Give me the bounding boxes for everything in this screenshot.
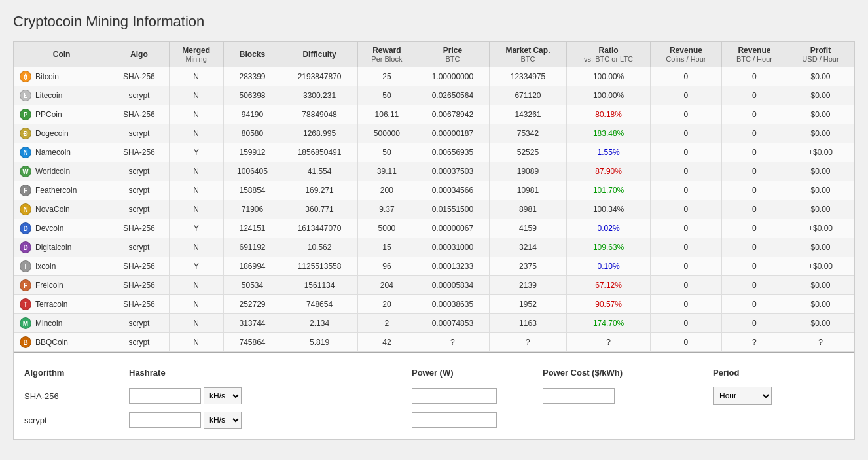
coin-icon: Ł (20, 90, 31, 101)
col-reward: Reward Per Block (357, 42, 416, 67)
algo-cell: scrypt (109, 333, 169, 352)
scrypt-power-input[interactable] (412, 412, 497, 428)
revenue-btc-cell: 0 (721, 143, 787, 162)
blocks-cell: 506398 (223, 86, 281, 105)
sha256-hashrate-unit[interactable]: kH/s MH/s GH/s TH/s (204, 387, 242, 404)
scrypt-power-cell (412, 412, 543, 428)
revenue-btc-cell: 0 (721, 67, 787, 86)
revenue-coins-cell: 0 (651, 162, 722, 181)
ratio-cell: 100.00% (567, 67, 651, 86)
table-row: WWorldcoinscryptN100640541.55439.110.000… (14, 162, 854, 181)
coins-tbody: ₿BitcoinSHA-256N2833992193847870251.0000… (14, 67, 854, 352)
profit-cell: $0.00 (787, 67, 854, 86)
coin-name: Dogecoin (35, 129, 69, 138)
col-merged: Merged Mining (169, 42, 223, 67)
sha256-power-cell (412, 388, 543, 404)
difficulty-cell: 3300.231 (281, 86, 358, 105)
coin-icon: ₿ (20, 71, 31, 82)
algo-cell: SHA-256 (109, 295, 169, 314)
price-cell: 0.02650564 (416, 86, 489, 105)
revenue-btc-cell: 0 (721, 219, 787, 238)
table-row: ₿BitcoinSHA-256N2833992193847870251.0000… (14, 67, 854, 86)
revenue-coins-cell: 0 (651, 238, 722, 257)
algo-cell: scrypt (109, 200, 169, 219)
marketcap-cell: 3214 (489, 238, 566, 257)
sha256-power-cost-input[interactable] (543, 388, 615, 404)
coin-cell: WWorldcoin (14, 162, 109, 181)
merged-cell: N (169, 276, 223, 295)
coin-cell: DDevcoin (14, 219, 109, 238)
difficulty-cell: 1268.995 (281, 124, 358, 143)
sha256-power-input[interactable] (412, 388, 497, 404)
scrypt-hashrate-input[interactable] (129, 412, 201, 428)
table-row: FFreicoinSHA-256N5053415611342040.000058… (14, 276, 854, 295)
profit-cell: +$0.00 (787, 257, 854, 276)
coin-icon: F (20, 185, 31, 196)
coin-name: Devcoin (35, 224, 63, 233)
difficulty-cell: 1856850491 (281, 143, 358, 162)
algo-cell: scrypt (109, 181, 169, 200)
reward-cell: 42 (357, 333, 416, 352)
power-cost-header: Power Cost ($/kWh) (543, 364, 713, 381)
ratio-cell: 100.34% (567, 200, 651, 219)
difficulty-cell: 1561134 (281, 276, 358, 295)
revenue-coins-cell: 0 (651, 143, 722, 162)
profit-cell: $0.00 (787, 200, 854, 219)
price-cell: 0.00031000 (416, 238, 489, 257)
revenue-btc-cell: 0 (721, 105, 787, 124)
coin-name: Mincoin (35, 319, 62, 328)
coin-cell: FFeathercoin (14, 181, 109, 200)
period-header: Period (713, 364, 844, 381)
difficulty-cell: 360.771 (281, 200, 358, 219)
revenue-coins-cell: 0 (651, 276, 722, 295)
reward-cell: 50 (357, 86, 416, 105)
marketcap-cell: 12334975 (489, 67, 566, 86)
power-header: Power (W) (412, 364, 543, 381)
profit-cell: +$0.00 (787, 143, 854, 162)
table-row: DDevcoinSHA-256Y124151161344707050000.00… (14, 219, 854, 238)
sha256-hashrate-input[interactable] (129, 388, 201, 404)
revenue-btc-cell: 0 (721, 314, 787, 333)
price-cell: 0.00656935 (416, 143, 489, 162)
ratio-cell: ? (567, 333, 651, 352)
col-profit: Profit USD / Hour (787, 42, 854, 67)
price-cell: 0.00005834 (416, 276, 489, 295)
profit-cell: $0.00 (787, 238, 854, 257)
reward-cell: 15 (357, 238, 416, 257)
coin-name: Feathercoin (35, 186, 77, 195)
algo-cell: SHA-256 (109, 143, 169, 162)
period-select[interactable]: Hour Day Week Month (713, 387, 772, 405)
merged-cell: N (169, 314, 223, 333)
marketcap-cell: 2375 (489, 257, 566, 276)
scrypt-hashrate-unit[interactable]: kH/s MH/s GH/s (204, 412, 242, 429)
algo-cell: scrypt (109, 124, 169, 143)
reward-cell: 20 (357, 295, 416, 314)
table-row: IIxcoinSHA-256Y1869941125513558960.00013… (14, 257, 854, 276)
merged-cell: N (169, 105, 223, 124)
blocks-cell: 94190 (223, 105, 281, 124)
profit-cell: ? (787, 333, 854, 352)
algo-cell: scrypt (109, 314, 169, 333)
col-ratio: Ratio vs. BTC or LTC (567, 42, 651, 67)
difficulty-cell: 5.819 (281, 333, 358, 352)
revenue-coins-cell: 0 (651, 314, 722, 333)
blocks-cell: 1006405 (223, 162, 281, 181)
coin-cell: ₿Bitcoin (14, 67, 109, 86)
algo-cell: SHA-256 (109, 276, 169, 295)
profit-cell: $0.00 (787, 314, 854, 333)
coin-cell: TTerracoin (14, 295, 109, 314)
coin-cell: MMincoin (14, 314, 109, 333)
ratio-cell: 101.70% (567, 181, 651, 200)
difficulty-cell: 1613447070 (281, 219, 358, 238)
table-header: Coin Algo Merged Mining Blocks Difficult… (14, 42, 854, 67)
col-revenue-coins: Revenue Coins / Hour (651, 42, 722, 67)
ratio-cell: 1.55% (567, 143, 651, 162)
difficulty-cell: 169.271 (281, 181, 358, 200)
algo-cell: scrypt (109, 162, 169, 181)
table-row: DDigitalcoinscryptN69119210.562150.00031… (14, 238, 854, 257)
col-revenue-btc: Revenue BTC / Hour (721, 42, 787, 67)
coin-name: Digitalcoin (35, 243, 71, 252)
coin-name: PPCoin (35, 110, 62, 119)
reward-cell: 500000 (357, 124, 416, 143)
blocks-cell: 80580 (223, 124, 281, 143)
